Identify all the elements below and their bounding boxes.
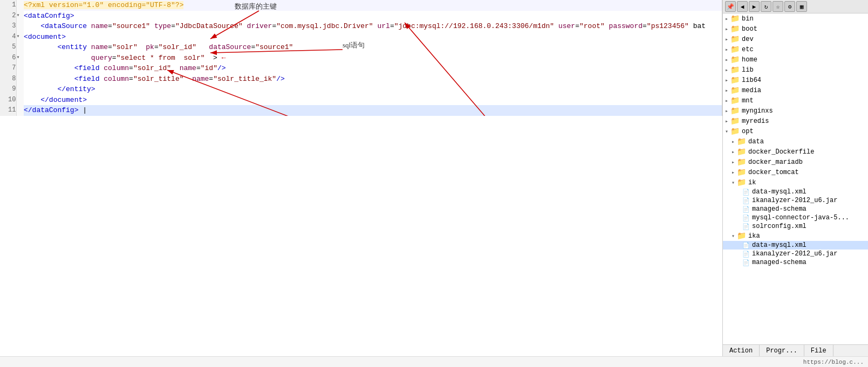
folder-arrow: ▸: [725, 118, 728, 124]
folder-arrow: ▸: [725, 108, 728, 114]
folder-item-data[interactable]: ▸📁data: [723, 136, 868, 147]
code-table: 1<?xml version="1.0" encoding="UTF-8"?>2…: [0, 0, 722, 116]
status-right: https://blog.c...: [803, 359, 864, 365]
folder-label: home: [742, 56, 757, 64]
folder-item-mnt[interactable]: ▸📁mnt: [723, 95, 868, 106]
tab-progr[interactable]: Progr...: [760, 345, 804, 356]
folder-label: media: [742, 87, 761, 94]
folder-label: lib64: [742, 77, 761, 84]
line-content-3: <dataSource name="source1" type="JdbcDat…: [24, 21, 722, 32]
settings-button[interactable]: ⚙: [784, 1, 795, 12]
folder-arrow: ▸: [725, 87, 728, 94]
folder-label: docker_mariadb: [748, 158, 803, 166]
line-number-7: 7: [0, 63, 16, 74]
folder-label: myredis: [742, 117, 769, 125]
folder-arrow: ▸: [732, 169, 735, 176]
folder-item-media[interactable]: ▸📁media: [723, 85, 868, 95]
line-number-3: 3: [0, 21, 16, 32]
line-content-9: </entity>: [24, 84, 722, 95]
file-icon: 📄: [742, 223, 750, 230]
code-line-7[interactable]: 7 <field column="solr_id" name="id"/>: [0, 63, 722, 74]
folder-label: opt: [742, 128, 754, 135]
line-number-4: 4: [0, 32, 16, 43]
line-number-9: 9: [0, 84, 16, 95]
folder-arrow: ▸: [732, 149, 735, 155]
folder-item-lib[interactable]: ▸📁lib: [723, 65, 868, 75]
code-line-9[interactable]: 9 </entity>: [0, 84, 722, 95]
file-item-managed-schema[interactable]: 📄managed-schema: [723, 205, 868, 213]
folder-icon: 📁: [730, 116, 740, 126]
line-content-2: <dataConfig>: [24, 11, 722, 22]
folder-item-docker-mariadb[interactable]: ▸📁docker_mariadb: [723, 157, 868, 167]
folder-icon: 📁: [737, 168, 746, 177]
line-content-6: query="select * from solr" > ←: [24, 53, 722, 64]
folder-item-myredis[interactable]: ▸📁myredis: [723, 116, 868, 126]
folder-item-docker-Dockerfile[interactable]: ▸📁docker_Dockerfile: [723, 147, 868, 157]
folder-arrow: ▸: [725, 57, 728, 63]
folder-item-ika[interactable]: ▾📁ika: [723, 231, 868, 241]
file-item-mysql-connector-java-5---[interactable]: 📄mysql-connector-java-5...: [723, 213, 868, 222]
code-line-8[interactable]: 8 <field column="solr_title" name="solr_…: [0, 74, 722, 85]
collapse-icon-4[interactable]: ▾: [17, 33, 20, 39]
folder-item-docker-tomcat[interactable]: ▸📁docker_tomcat: [723, 167, 868, 177]
file-tree-sidebar: 📌 ◀ ▶ ↻ ☆ ⚙ ▦ ▸📁bin▸📁boot▸📁dev▸📁etc▸📁hom…: [722, 0, 868, 356]
sidebar-toolbar: 📌 ◀ ▶ ↻ ☆ ⚙ ▦: [723, 0, 868, 13]
folder-arrow: ▾: [725, 128, 728, 135]
code-line-6[interactable]: 6▾ query="select * from solr" > ←: [0, 53, 722, 64]
file-icon: 📄: [742, 189, 750, 196]
folder-icon: 📁: [730, 75, 740, 85]
folder-arrow: ▸: [725, 67, 728, 73]
line-number-5: 5: [0, 42, 16, 53]
refresh-button[interactable]: ↻: [761, 1, 771, 12]
collapse-icon-2[interactable]: ▾: [17, 12, 20, 18]
layout-button[interactable]: ▦: [796, 1, 807, 12]
file-item-managed-schema[interactable]: 📄managed-schema: [723, 258, 868, 267]
file-tree: ▸📁bin▸📁boot▸📁dev▸📁etc▸📁home▸📁lib▸📁lib64▸…: [723, 13, 868, 344]
line-content-7: <field column="solr_id" name="id"/>: [24, 63, 722, 74]
folder-icon: 📁: [730, 45, 740, 54]
file-item-ikanalyzer-2012-u6-jar[interactable]: 📄ikanalyzer-2012_u6.jar: [723, 196, 868, 205]
file-item-ikanalyzer-2012-u6-jar[interactable]: 📄ikanalyzer-2012_u6.jar: [723, 250, 868, 258]
status-bar: https://blog.c...: [0, 356, 868, 367]
folder-item-lib64[interactable]: ▸📁lib64: [723, 75, 868, 85]
pin-button[interactable]: 📌: [725, 1, 736, 12]
file-item-data-mysql-xml[interactable]: 📄data-mysql.xml: [723, 241, 868, 250]
back-button[interactable]: ◀: [737, 1, 748, 12]
code-editor[interactable]: 1<?xml version="1.0" encoding="UTF-8"?>2…: [0, 0, 722, 116]
file-icon: 📄: [742, 259, 750, 266]
folder-arrow: ▸: [725, 77, 728, 84]
folder-item-dev[interactable]: ▸📁dev: [723, 34, 868, 44]
collapse-icon-6[interactable]: ▾: [17, 54, 20, 60]
folder-label: data: [748, 138, 764, 146]
file-label: data-mysql.xml: [752, 241, 807, 249]
folder-item-bin[interactable]: ▸📁bin: [723, 13, 868, 24]
folder-item-mynginxs[interactable]: ▸📁mynginxs: [723, 106, 868, 116]
star-button[interactable]: ☆: [773, 1, 783, 12]
forward-button[interactable]: ▶: [749, 1, 760, 12]
tab-action[interactable]: Action: [723, 345, 760, 356]
folder-item-home[interactable]: ▸📁home: [723, 54, 868, 65]
code-line-5[interactable]: 5 <entity name="solr" pk="solr_id" dataS…: [0, 42, 722, 53]
folder-item-boot[interactable]: ▸📁boot: [723, 24, 868, 34]
folder-item-etc[interactable]: ▸📁etc: [723, 44, 868, 54]
folder-label: lib: [742, 66, 754, 74]
code-line-4[interactable]: 4▾<document>: [0, 32, 722, 43]
line-content-11: </dataConfig> |: [24, 105, 722, 116]
tab-file[interactable]: File: [804, 345, 833, 356]
folder-item-opt[interactable]: ▾📁opt: [723, 126, 868, 136]
folder-label: ik: [748, 179, 756, 186]
file-icon: 📄: [742, 206, 750, 213]
code-line-10[interactable]: 10 </document>: [0, 95, 722, 106]
folder-arrow: ▸: [732, 159, 735, 165]
file-item-solrconfig-xml[interactable]: 📄solrconfig.xml: [723, 222, 868, 231]
line-number-10: 10: [0, 95, 16, 106]
code-line-2[interactable]: 2▾<dataConfig>: [0, 11, 722, 22]
folder-icon: 📁: [730, 55, 740, 64]
code-line-1[interactable]: 1<?xml version="1.0" encoding="UTF-8"?>: [0, 0, 722, 11]
folder-item-ik[interactable]: ▾📁ik: [723, 177, 868, 188]
line-number-11: 11: [0, 105, 16, 116]
code-line-11[interactable]: 11</dataConfig> |: [0, 105, 722, 116]
folder-label: ika: [748, 232, 760, 240]
code-line-3[interactable]: 3 <dataSource name="source1" type="JdbcD…: [0, 21, 722, 32]
file-item-data-mysql-xml[interactable]: 📄data-mysql.xml: [723, 188, 868, 196]
